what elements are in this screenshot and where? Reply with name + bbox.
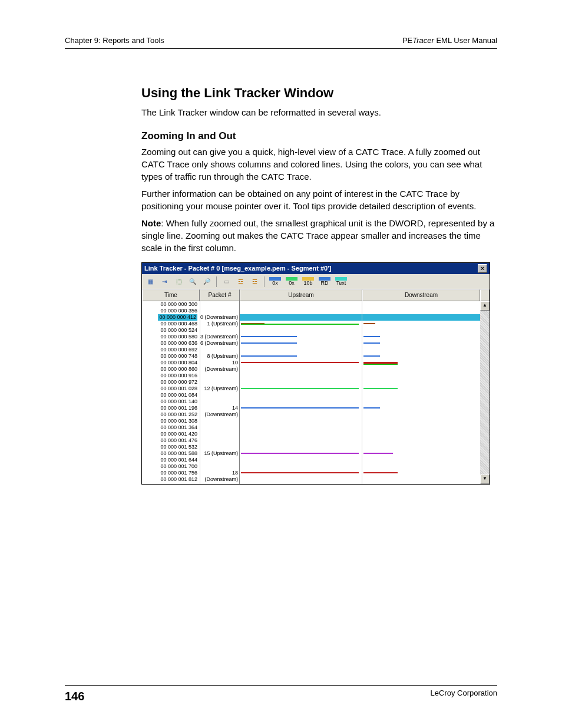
traffic-bar: [363, 355, 380, 357]
packet-label: 0 (Downstream): [200, 314, 238, 321]
packet-label: 1 (Upstream): [200, 321, 238, 327]
header-right: PETracer EML User Manual: [402, 35, 497, 46]
note-label: Note: [141, 218, 161, 228]
toolbar-separator: [216, 276, 217, 287]
time-value: 00 000 001 700: [160, 463, 197, 470]
link-tracker-title: Link Tracker - Packet # 0 [mseg_example.…: [144, 264, 331, 273]
main-content: Using the Link Tracker Window The Link T…: [141, 84, 497, 485]
packet-label: 3 (Downstream): [200, 334, 238, 340]
time-value: 00 000 000 300: [160, 301, 197, 308]
time-value: 00 000 000 804: [160, 360, 197, 366]
traffic-bar: [241, 336, 297, 337]
traffic-bar: [241, 362, 359, 363]
link-tracker-titlebar[interactable]: Link Tracker - Packet # 0 [mseg_example.…: [142, 263, 490, 274]
traffic-bar: [363, 342, 380, 344]
packet-label: 6 (Downstream): [200, 340, 238, 347]
link-tracker-body[interactable]: 00 000 000 30000 000 000 35600 000 000 4…: [142, 301, 490, 484]
traffic-bar: [241, 472, 359, 473]
time-value: 00 000 001 532: [160, 444, 197, 450]
grid-icon[interactable]: ▦: [144, 276, 156, 287]
col-upstream[interactable]: Upstream: [240, 289, 362, 301]
time-value: 00 000 000 860: [160, 366, 197, 373]
traffic-bar: [241, 324, 359, 325]
time-value: 00 000 000 636: [160, 340, 197, 347]
traffic-bar: [241, 355, 297, 357]
time-value: 00 000 000 468: [160, 321, 197, 327]
scroll-down-icon[interactable]: ▼: [480, 475, 490, 484]
link-tracker-window: Link Tracker - Packet # 0 [mseg_example.…: [141, 262, 490, 485]
time-value: 00 000 001 084: [160, 392, 197, 398]
time-value: 00 000 001 420: [160, 431, 197, 437]
selection-highlight-up: [240, 314, 362, 321]
time-value: 00 000 001 196: [160, 405, 197, 411]
time-value: 00 000 000 916: [160, 373, 197, 379]
traffic-bar: [363, 388, 398, 389]
time-value: 00 000 000 972: [160, 379, 197, 386]
time-value: 00 000 001 028: [160, 386, 197, 392]
time-value: 00 000 000 580: [160, 334, 197, 340]
traffic-bar: [363, 336, 380, 337]
packet-label: 14 (Downstream): [200, 405, 238, 411]
time-value: 00 000 001 308: [160, 418, 197, 424]
time-value: 00 000 001 140: [160, 398, 197, 405]
time-value: 00 000 001 812: [160, 476, 197, 483]
zoom-in-icon[interactable]: 🔍: [187, 276, 199, 287]
intro-paragraph: The Link Tracker window can be reformatt…: [141, 106, 497, 118]
scroll-up-icon[interactable]: ▲: [480, 301, 490, 311]
selection-highlight-down: [362, 314, 480, 321]
traffic-bar: [241, 407, 359, 409]
time-value: 00 000 001 476: [160, 437, 197, 444]
traffic-bar: [363, 407, 380, 409]
traffic-bar: [241, 388, 359, 389]
time-value: 00 000 000 356: [160, 308, 197, 314]
header-left: Chapter 9: Reports and Tools: [65, 35, 164, 46]
time-value: 00 000 001 756: [160, 470, 197, 476]
time-value: 00 000 000 412: [158, 314, 197, 321]
scrollbar[interactable]: ▲ ▼: [480, 301, 490, 484]
close-icon[interactable]: ×: [478, 264, 487, 273]
heading-zoom: Zooming In and Out: [141, 129, 497, 143]
traffic-bar: [363, 472, 398, 473]
fmt-rd[interactable]: RD: [318, 277, 332, 286]
fmt-text[interactable]: Text: [334, 277, 348, 286]
packet-label: 10 (Downstream): [200, 360, 238, 366]
traffic-bar: [363, 453, 393, 454]
toolbar-separator-2: [264, 276, 265, 287]
fmt-10b[interactable]: 10b: [301, 277, 315, 286]
col-packet[interactable]: Packet #: [200, 289, 240, 301]
packet-column: 0 (Downstream)1 (Upstream)3 (Downstream)…: [200, 301, 240, 484]
zoom-paragraph-2: Further information can be obtained on a…: [141, 187, 497, 212]
time-value: 00 000 000 692: [160, 347, 197, 353]
collapse-icon[interactable]: ⇥: [158, 276, 170, 287]
heading-main: Using the Link Tracker Window: [141, 84, 497, 103]
zoom-paragraph-1: Zooming out can give you a quick, high-l…: [141, 146, 497, 183]
traffic-bar: [363, 364, 398, 365]
time-value: 00 000 001 364: [160, 424, 197, 431]
packet-icon[interactable]: ▭: [220, 276, 232, 287]
col-time[interactable]: Time: [142, 289, 200, 301]
time-column: 00 000 000 30000 000 000 35600 000 000 4…: [142, 301, 200, 484]
time-value: 00 000 001 252: [160, 411, 197, 418]
page-header: Chapter 9: Reports and Tools PETracer EM…: [65, 35, 497, 49]
packet-label: 8 (Upstream): [200, 353, 238, 360]
time-value: 00 000 000 524: [160, 327, 197, 334]
packet-label: 18 (Downstream): [200, 470, 238, 476]
fmt-0x-1[interactable]: 0x: [268, 277, 282, 286]
layer-icon-1[interactable]: ☲: [234, 276, 246, 287]
traffic-bar: [241, 342, 297, 344]
col-scroll-head: [480, 289, 490, 301]
note-paragraph: Note: When fully zoomed out, the smalles…: [141, 217, 497, 254]
downstream-column: [362, 301, 480, 484]
col-downstream[interactable]: Downstream: [362, 289, 480, 301]
time-value: 00 000 001 644: [160, 457, 197, 463]
packet-label: 15 (Upstream): [200, 450, 238, 457]
traffic-bar: [241, 453, 359, 454]
packet-label: 12 (Upstream): [200, 386, 238, 392]
fmt-0x-2[interactable]: 0x: [285, 277, 299, 286]
time-value: 00 000 001 588: [160, 450, 197, 457]
link-tracker-toolbar: ▦ ⇥ ⬚ 🔍 🔎 ▭ ☲ ☲ 0x 0x 10b RD Text: [142, 274, 490, 289]
expand-icon[interactable]: ⬚: [173, 276, 184, 287]
traffic-bar: [363, 323, 375, 324]
zoom-out-icon[interactable]: 🔎: [201, 276, 213, 287]
layer-icon-2[interactable]: ☲: [249, 276, 260, 287]
